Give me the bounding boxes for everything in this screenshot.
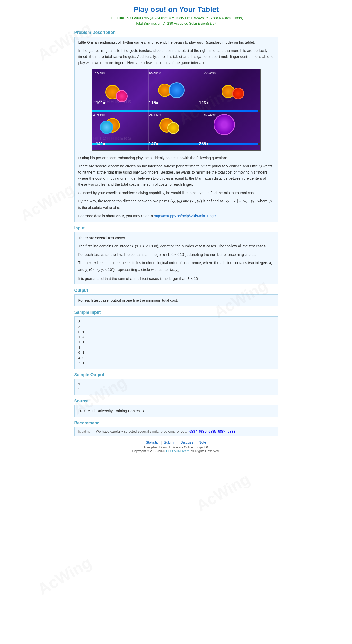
footer-copyright-2: Copyright © 2005-2020 HDU ACM Team. All … (74, 449, 278, 453)
multiplier-6: 285x (199, 140, 209, 147)
hp-bar-fill-top (92, 110, 259, 112)
problem-description-heading: Problem Description (74, 30, 278, 35)
output-box: For each test case, output in one line t… (74, 294, 278, 306)
hp-bar-fill-bottom (92, 143, 259, 145)
osu-link[interactable]: http://osu.ppy.sh/help/wiki/Main_Page (154, 214, 216, 218)
stat-score-6: 570299☆ (204, 112, 217, 117)
submission-info: Total Submission(s): 230 Accepted Submis… (74, 21, 278, 26)
pd-para-2: In the game, his goal is to hit objects … (78, 48, 274, 66)
game-circle-6 (232, 88, 244, 99)
input-para-3: For each test case, the first line conta… (78, 251, 274, 258)
output-text: For each test case, output in one line t… (78, 297, 274, 303)
time-memory-limit: Time Limit: 5000/5000 MS (Java/Others) M… (74, 15, 278, 21)
sample-input-heading: Sample Input (74, 310, 278, 315)
rec-link-6884[interactable]: 6884 (218, 429, 226, 433)
input-para-1: There are several test cases. (78, 235, 274, 241)
footer-copyright-1: Hangzhou Dianzi University Online Judge … (74, 446, 278, 449)
multiplier-5: 147x (149, 140, 158, 147)
recommend-row: liuyiding | We have carefully selected s… (78, 429, 274, 434)
footer-sep-1: | (161, 440, 162, 445)
pd-para-6: By the way, the Manhattan distance betwe… (78, 198, 274, 211)
hp-bar-top (92, 110, 260, 112)
footer-hdu-link[interactable]: HDU ACM Team (166, 449, 189, 453)
footer-link-submit[interactable]: Submit (164, 440, 175, 445)
multiplier-3: 123x (199, 99, 209, 106)
footer-link-statistic[interactable]: Statistic (146, 440, 159, 445)
footer-sep-2: | (177, 440, 179, 445)
input-box: There are several test cases. The first … (74, 232, 278, 284)
game-image-container: 153275☆ 183353☆ 200356☆ 101x 115x 123x 2… (78, 69, 274, 152)
pd-para-7: For more details about osu!, you may ref… (78, 213, 274, 219)
game-watermark-1: HITCHHIKERS (93, 98, 132, 106)
stat-score-3: 200356☆ (204, 70, 217, 75)
multiplier-2: 115x (149, 99, 158, 106)
footer-info: Hangzhou Dianzi University Online Judge … (74, 446, 278, 453)
sample-input-code: 2 3 0 1 1 0 1 1 3 0 1 4 0 2 1 (74, 316, 278, 369)
source-text: 2020 Multi-University Training Contest 3 (78, 408, 274, 414)
footer-sep-3: | (195, 440, 196, 445)
footer-links: Statistic | Submit | Discuss | Note (74, 440, 278, 445)
pd-para-1: Little Q is an enthusiast of rhythm game… (78, 39, 274, 46)
rec-divider: | (93, 429, 94, 434)
rec-links: 6887 6886 6885 6884 6883 (189, 429, 235, 433)
divider-v2 (205, 69, 205, 150)
rec-link-6887[interactable]: 6887 (189, 429, 197, 433)
rec-link-6885[interactable]: 6885 (208, 429, 216, 433)
game-circle-8 (100, 121, 113, 134)
pd-para-3: During his performance-enhancing play, h… (78, 155, 274, 161)
recommend-box: liuyiding | We have carefully selected s… (74, 427, 278, 436)
stat-score-4: 247885☆ (93, 112, 106, 117)
stat-score-5: 267480☆ (149, 112, 161, 117)
input-heading: Input (74, 226, 278, 230)
game-circle-4 (169, 82, 185, 98)
game-watermark-2: HITCHHIKERS (93, 135, 132, 143)
rec-author: liuyiding (78, 429, 91, 433)
footer-link-discuss[interactable]: Discuss (180, 440, 193, 445)
sample-output-code: 1 2 (74, 379, 278, 395)
rec-link-6886[interactable]: 6886 (199, 429, 207, 433)
output-heading: Output (74, 288, 278, 293)
pd-para-4: There are several oncoming circles on th… (78, 163, 274, 188)
input-para-2: The first line contains an integer T (1 … (78, 243, 274, 249)
rec-link-6883[interactable]: 6883 (228, 429, 235, 433)
sample-output-heading: Sample Output (74, 373, 278, 377)
recommend-heading: Recommend (74, 421, 278, 425)
input-para-4: The next n lines describe these circles … (78, 260, 274, 273)
stat-score-1: 153275☆ (93, 70, 106, 75)
problem-description-box: Little Q is an enthusiast of rhythm game… (74, 37, 278, 222)
source-box: 2020 Multi-University Training Contest 3 (74, 405, 278, 417)
divider-v1 (148, 69, 149, 150)
meta-info: Time Limit: 5000/5000 MS (Java/Others) M… (74, 15, 278, 26)
game-circle-10 (167, 122, 179, 134)
pd-para-5: Stunned by your excellent problem-solvin… (78, 190, 274, 196)
input-para-5: It is guaranteed that the sum of n in al… (78, 275, 274, 282)
stat-score-2: 183353☆ (149, 70, 161, 75)
footer-link-note[interactable]: Note (199, 440, 207, 445)
source-heading: Source (74, 399, 278, 403)
hp-bar-bottom (92, 143, 260, 145)
game-image: 153275☆ 183353☆ 200356☆ 101x 115x 123x 2… (92, 69, 261, 151)
game-circle-11 (214, 114, 235, 135)
rec-text: We have carefully selected several simil… (96, 429, 187, 433)
page-title: Play osu! on Your Tablet (74, 5, 278, 14)
